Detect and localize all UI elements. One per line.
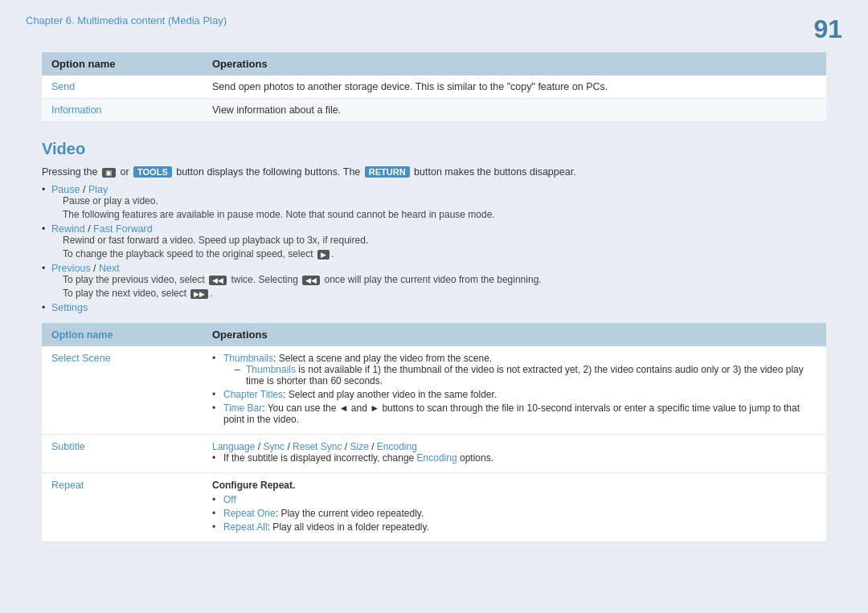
subtitle-note: If the subtitle is displayed incorrectly… [212,452,817,464]
information-option: Information [42,99,203,122]
previous-link: Previous [51,263,91,274]
send-link[interactable]: Send [51,81,75,92]
off-label: Off [223,494,236,505]
feature-bullet-list: Pause / Play Pause or play a video. The … [42,184,826,313]
video-intro: Pressing the ▣ or TOOLS button displays … [42,166,826,178]
language-link: Language [212,441,255,452]
prev-icon2: ◀◀ [302,276,320,285]
pause-play-desc2: The following features are available in … [63,209,826,220]
thumbnails-item: Thumbnails: Select a scene and play the … [212,353,817,386]
fast-forward-link: Fast Forward [93,223,153,235]
page-header: Chapter 6. Multimedia content (Media Pla… [0,0,868,52]
reset-sync-link: Reset Sync [293,441,342,452]
thumbnails-note-text: is not available if 1) the thumbnail of … [246,364,804,386]
subtitle-content: Language / Sync / Reset Sync / Size / En… [203,435,826,473]
return-badge: RETURN [365,166,410,178]
top-options-table: Option name Operations Send Send open ph… [42,52,826,122]
repeat-options-list: Off Repeat One: Play the current video r… [212,494,817,533]
subtitle-note-text: If the subtitle is displayed incorrectly… [223,452,417,464]
repeat-all-item: Repeat All: Play all videos in a folder … [212,521,817,533]
play-link: Play [88,184,108,195]
prev-icon: ◀◀ [209,276,227,285]
timebar-item: Time Bar: You can use the ◄ and ► button… [212,403,817,425]
encoding-link: Encoding [377,441,417,452]
timebar-label: Time Bar [223,403,262,414]
thumbnails-desc: : Select a scene and play the video from… [273,353,492,364]
next-link: Next [99,263,120,274]
sync-link: Sync [263,441,285,452]
table-row: Select Scene Thumbnails: Select a scene … [42,346,826,435]
chapter-titles-desc: : Select and play another video in the s… [283,389,497,400]
repeat-one-item: Repeat One: Play the current video repea… [212,508,817,519]
tools-badge: TOOLS [133,166,172,178]
select-scene-list: Thumbnails: Select a scene and play the … [212,353,817,425]
pause-link: Pause [51,184,80,195]
repeat-one-desc: : Play the current video repeatedly. [276,508,424,519]
next-icon: ▶▶ [190,289,208,299]
main-content: Option name Operations Send Send open ph… [0,52,868,566]
pause-play-desc1: Pause or play a video. [63,195,826,206]
subtitle-note-list: If the subtitle is displayed incorrectly… [212,452,817,464]
subtitle-label[interactable]: Subtitle [51,441,85,452]
table-row: Information View information about a fil… [42,99,826,122]
page-number: 91 [813,14,842,44]
chapter-titles-label: Chapter Titles [223,389,283,400]
video-heading: Video [42,140,826,158]
repeat-one-label: Repeat One [223,508,276,519]
previous-desc2: To play the next video, select ▶▶. [63,288,826,299]
select-scene-content: Thumbnails: Select a scene and play the … [203,346,826,435]
list-item-settings: Settings [42,302,826,313]
send-description: Send open photos to another storage devi… [203,76,826,99]
repeat-all-label: Repeat All [223,521,268,533]
thumbnails-note-label: Thumbnails [246,364,296,375]
repeat-content: Configure Repeat. Off Repeat One: Play t… [203,473,826,542]
table-row: Repeat Configure Repeat. Off Repeat One:… [42,473,826,542]
subtitle-note-end: options. [457,452,493,464]
repeat-option: Repeat [42,473,203,542]
select-scene-option: Select Scene [42,346,203,435]
thumbnails-label: Thumbnails [223,353,273,364]
top-table-col2-header: Operations [203,52,826,76]
encoding-note-link: Encoding [417,452,457,464]
play-icon: ▶ [317,250,330,260]
repeat-off-item: Off [212,494,817,505]
subtitle-links: Language / Sync / Reset Sync / Size / En… [212,441,817,452]
select-scene-label[interactable]: Select Scene [51,353,111,364]
information-link[interactable]: Information [51,104,102,116]
video-table-col2-header: Operations [203,323,826,346]
table-row: Subtitle Language / Sync / Reset Sync / … [42,435,826,473]
video-table-col1-header: Option name [42,323,203,346]
list-item-previous-next: Previous / Next To play the previous vid… [42,263,826,299]
rewind-link: Rewind [51,223,85,235]
chapter-title: Chapter 6. Multimedia content (Media Pla… [26,14,227,27]
page-wrapper: Chapter 6. Multimedia content (Media Pla… [0,0,868,613]
list-item-pause-play: Pause / Play Pause or play a video. The … [42,184,826,220]
subtitle-option: Subtitle [42,435,203,473]
configure-repeat-text: Configure Repeat. [212,480,817,491]
send-option: Send [42,76,203,99]
information-description: View information about a file. [203,99,826,122]
previous-desc1: To play the previous video, select ◀◀ tw… [63,274,826,285]
list-item-rewind-ff: Rewind / Fast Forward Rewind or fast for… [42,223,826,260]
timebar-desc: : You can use the ◄ and ► buttons to sca… [223,403,800,425]
top-table-col1-header: Option name [42,52,203,76]
size-link: Size [350,441,368,452]
rewind-desc1: Rewind or fast forward a video. Speed up… [63,235,826,246]
repeat-label[interactable]: Repeat [51,480,84,491]
menu-icon: ▣ [102,168,116,178]
chapter-titles-item: Chapter Titles: Select and play another … [212,389,817,400]
thumbnails-note: Thumbnails is not available if 1) the th… [223,364,817,386]
repeat-all-desc: : Play all videos in a folder repeatedly… [268,521,429,533]
table-row: Send Send open photos to another storage… [42,76,826,99]
settings-link: Settings [51,302,88,313]
video-options-table: Option name Operations Select Scene Thum… [42,323,826,542]
rewind-desc2: To change the playback speed to the orig… [63,248,826,260]
